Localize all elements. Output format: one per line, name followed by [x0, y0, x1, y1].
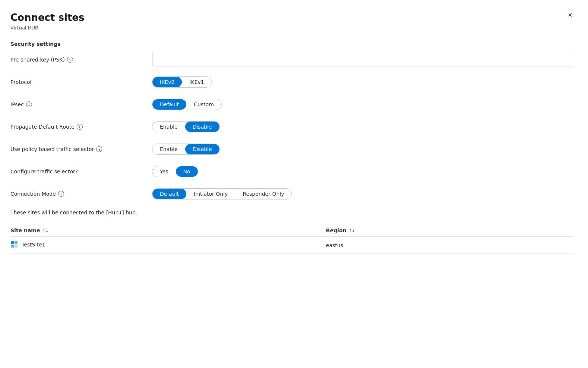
page-title: Connect sites [10, 12, 573, 23]
site-grid-icon [10, 240, 19, 249]
propagate-route-enable-button[interactable]: Enable [152, 122, 185, 132]
site-name-cell: TestSite1 [10, 237, 326, 254]
ipsec-default-button[interactable]: Default [152, 99, 186, 110]
panel-header: Connect sites Virtual HUB [10, 12, 573, 31]
propagate-route-toggle-group: Enable Disable [152, 121, 220, 132]
policy-traffic-control: Enable Disable [152, 144, 573, 155]
col-region: Region ↑↓ [326, 224, 573, 237]
propagate-route-info-icon[interactable]: ℹ [77, 124, 83, 130]
configure-traffic-control: Yes No [152, 166, 573, 177]
protocol-row: Protocol IKEv2 IKEv1 [10, 75, 573, 89]
col-site-name: Site name ↑↓ [10, 224, 326, 237]
ipsec-label: IPsec ℹ [10, 101, 152, 107]
policy-traffic-toggle-group: Enable Disable [152, 144, 220, 155]
ipsec-toggle-group: Default Custom [152, 99, 222, 110]
connection-mode-responder-button[interactable]: Responder Only [235, 189, 291, 199]
configure-traffic-yes-button[interactable]: Yes [152, 166, 176, 177]
connection-mode-label: Connection Mode ℹ [10, 191, 152, 197]
configure-traffic-label: Configure traffic selector? [10, 169, 152, 174]
page-subtitle: Virtual HUB [10, 25, 573, 31]
propagate-route-disable-button[interactable]: Disable [185, 122, 219, 132]
psk-info-icon[interactable]: ℹ [67, 57, 73, 63]
connection-mode-info-icon[interactable]: ℹ [58, 191, 64, 197]
connection-mode-initiator-button[interactable]: Initiator Only [186, 189, 235, 199]
propagate-route-control: Enable Disable [152, 121, 573, 132]
policy-traffic-info-icon[interactable]: ℹ [96, 146, 102, 152]
connection-mode-default-button[interactable]: Default [152, 189, 186, 199]
configure-traffic-no-button[interactable]: No [176, 166, 198, 177]
psk-label: Pre-shared key (PSK) ℹ [10, 57, 152, 63]
connection-mode-toggle-group: Default Initiator Only Responder Only [152, 188, 292, 199]
psk-input[interactable] [152, 53, 573, 66]
svg-rect-2 [11, 245, 14, 248]
connect-sites-panel: × Connect sites Virtual HUB Security set… [0, 0, 588, 368]
table-header-row: Site name ↑↓ Region ↑↓ [10, 224, 573, 237]
configure-traffic-row: Configure traffic selector? Yes No [10, 165, 573, 178]
protocol-ikev1-button[interactable]: IKEv1 [182, 77, 211, 87]
svg-rect-1 [15, 241, 18, 244]
region-cell: eastus [326, 237, 573, 254]
ipsec-row: IPsec ℹ Default Custom [10, 98, 573, 111]
psk-control [152, 53, 573, 66]
configure-traffic-toggle-group: Yes No [152, 166, 198, 177]
policy-traffic-disable-button[interactable]: Disable [185, 144, 219, 154]
region-sort-icon[interactable]: ↑↓ [348, 229, 355, 233]
ipsec-control: Default Custom [152, 99, 573, 110]
protocol-control: IKEv2 IKEv1 [152, 76, 573, 88]
policy-traffic-enable-button[interactable]: Enable [152, 144, 185, 154]
propagate-route-row: Propagate Default Route ℹ Enable Disable [10, 120, 573, 133]
ipsec-custom-button[interactable]: Custom [186, 99, 221, 110]
protocol-ikev2-button[interactable]: IKEv2 [152, 77, 182, 87]
ipsec-info-icon[interactable]: ℹ [26, 101, 32, 107]
close-button[interactable]: × [564, 9, 576, 21]
psk-row: Pre-shared key (PSK) ℹ [10, 53, 573, 66]
policy-traffic-row: Use policy based traffic selector ℹ Enab… [10, 142, 573, 156]
site-name-sort-icon[interactable]: ↑↓ [42, 229, 48, 233]
propagate-route-label: Propagate Default Route ℹ [10, 124, 152, 130]
svg-rect-0 [11, 241, 14, 244]
svg-rect-3 [15, 245, 18, 248]
policy-traffic-label: Use policy based traffic selector ℹ [10, 146, 152, 152]
protocol-label: Protocol [10, 79, 152, 85]
sites-note: These sites will be connected to the [Hu… [10, 210, 573, 216]
connection-mode-row: Connection Mode ℹ Default Initiator Only… [10, 187, 573, 201]
security-settings-title: Security settings [10, 41, 573, 47]
table-row: TestSite1 eastus [10, 237, 573, 254]
sites-table: Site name ↑↓ Region ↑↓ [10, 224, 573, 254]
protocol-toggle-group: IKEv2 IKEv1 [152, 76, 212, 88]
connection-mode-control: Default Initiator Only Responder Only [152, 188, 573, 199]
